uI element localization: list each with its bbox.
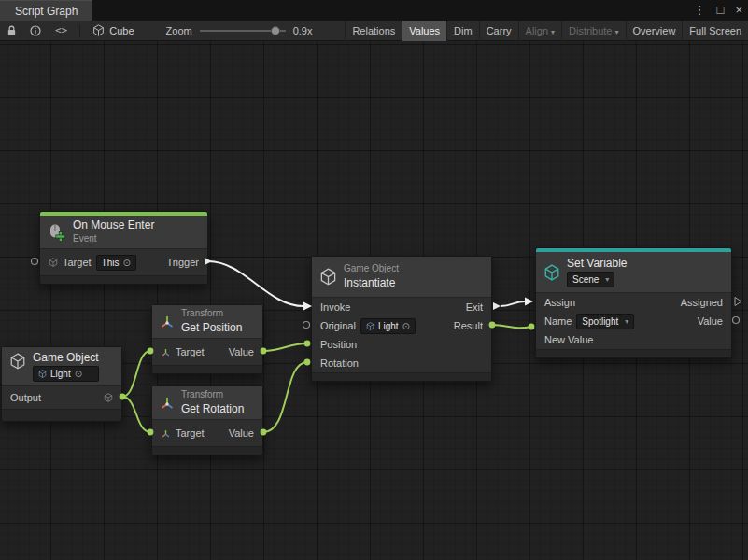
node-instantiate[interactable]: Game Object Instantiate Invoke Exit Orig… — [311, 256, 492, 382]
result-port-label: Result — [454, 320, 483, 331]
object-value-field[interactable]: Light ⊙ — [33, 366, 99, 382]
port-row: Target This ⊙ Trigger — [40, 249, 207, 275]
node-get-rotation[interactable]: Transform Get Rotation Target Value — [151, 385, 263, 455]
carry-button[interactable]: Carry — [479, 21, 518, 41]
node-header: Game Object Light ⊙ — [2, 347, 121, 386]
zoom-value: 0.9x — [293, 25, 313, 36]
chevron-down-icon: ▾ — [605, 273, 609, 286]
object-value: Light — [50, 368, 71, 380]
dim-button[interactable]: Dim — [446, 21, 479, 41]
value-port-label: Value — [229, 346, 254, 357]
object-picker-icon[interactable]: ⊙ — [402, 320, 410, 332]
port-row: Invoke Exit — [312, 298, 491, 316]
chevron-down-icon: ▾ — [625, 315, 628, 328]
cube-icon — [92, 24, 105, 36]
relations-button[interactable]: Relations — [345, 21, 402, 41]
variable-name-dropdown[interactable]: Spotlight ▾ — [576, 314, 634, 329]
game-object-type-icon — [366, 322, 374, 330]
zoom-slider-handle[interactable] — [271, 26, 280, 35]
exit-port-label: Exit — [466, 301, 483, 313]
node-category: Game Object — [344, 263, 399, 275]
port-row: Target Value — [152, 420, 262, 446]
node-title: Game Object — [33, 351, 99, 365]
values-button[interactable]: Values — [402, 21, 446, 41]
value-port-label: Value — [229, 427, 254, 439]
tab-script-graph[interactable]: Script Graph — [0, 0, 92, 21]
distribute-button[interactable]: Distribute▾ — [561, 21, 625, 41]
overview-button[interactable]: Overview — [626, 21, 683, 41]
rotation-port-label: Rotation — [320, 357, 359, 369]
node-get-position[interactable]: Transform Get Position Target Value — [151, 304, 263, 374]
assign-port-label: Assign — [544, 297, 575, 308]
fullscreen-button[interactable]: Full Screen — [682, 21, 748, 41]
close-icon[interactable]: × — [735, 0, 742, 21]
node-title: On Mouse Enter — [73, 218, 154, 232]
node-subtitle: Event — [73, 233, 154, 245]
graph-toolbar: <> Cube Zoom 0.9x Relations Values Dim C… — [0, 21, 748, 41]
port-row: Rotation — [312, 354, 491, 372]
port-row: Name Spotlight ▾ Value — [536, 312, 731, 330]
menu-icon[interactable]: ⋮ — [694, 0, 706, 21]
target-value-field[interactable]: This ⊙ — [96, 255, 136, 271]
node-title: Get Rotation — [181, 402, 244, 416]
zoom-label: Zoom — [166, 25, 192, 36]
zoom-slider[interactable] — [200, 21, 286, 41]
node-title: Instantiate — [344, 276, 399, 290]
scope-dropdown[interactable]: Scene ▾ — [567, 272, 614, 287]
port-row: New Value — [536, 330, 731, 349]
node-header: On Mouse Enter Event — [40, 216, 207, 249]
value-port-label: Value — [698, 315, 723, 327]
node-header: Set Variable Scene ▾ — [536, 252, 731, 293]
target-port-label: Target — [176, 427, 205, 439]
transform-type-icon — [161, 347, 171, 357]
lock-icon[interactable] — [0, 21, 23, 41]
port-row: Target Value — [152, 339, 262, 365]
node-on-mouse-enter[interactable]: On Mouse Enter Event Target This ⊙ Trigg… — [39, 211, 208, 285]
trigger-port-label: Trigger — [167, 257, 199, 268]
node-header: Game Object Instantiate — [312, 257, 491, 298]
node-footer — [152, 446, 262, 455]
assigned-port-label: Assigned — [681, 297, 723, 308]
window-controls: ⋮ □ × — [694, 0, 742, 21]
original-value-field[interactable]: Light ⊙ — [360, 318, 416, 334]
node-set-variable[interactable]: Set Variable Scene ▾ Assign Assigned Nam… — [535, 247, 732, 358]
node-footer — [40, 275, 207, 284]
target-port-label: Target — [63, 257, 92, 268]
align-button[interactable]: Align▾ — [518, 21, 561, 41]
game-object-type-icon — [38, 370, 47, 378]
chevron-down-icon: ▾ — [551, 28, 555, 36]
distribute-label: Distribute — [569, 25, 612, 36]
invoke-port-label: Invoke — [320, 301, 350, 313]
graph-canvas[interactable]: On Mouse Enter Event Target This ⊙ Trigg… — [0, 41, 748, 560]
graph-name-label: Cube — [109, 25, 134, 36]
port-row: Original Light ⊙ Result — [312, 316, 491, 335]
node-game-object-literal[interactable]: Game Object Light ⊙ Output — [1, 346, 122, 422]
toolbar-buttons: Relations Values Dim Carry Align▾ Distri… — [345, 21, 748, 41]
node-footer — [152, 365, 262, 373]
game-object-type-icon — [49, 258, 58, 267]
cube-icon — [9, 353, 26, 370]
graph-name: Cube — [85, 24, 141, 36]
transform-type-icon — [161, 428, 171, 439]
maximize-icon[interactable]: □ — [717, 0, 725, 21]
output-port-label: Output — [10, 392, 41, 403]
info-icon[interactable] — [23, 21, 48, 41]
variable-name-value: Spotlight — [582, 315, 618, 328]
tab-title: Script Graph — [15, 5, 78, 18]
scope-value: Scene — [572, 273, 599, 286]
chevron-down-icon: ▾ — [615, 28, 619, 36]
mouse-enter-icon — [48, 223, 66, 242]
object-picker-icon[interactable]: ⊙ — [75, 368, 82, 380]
game-object-type-icon — [104, 393, 113, 402]
object-picker-icon[interactable]: ⊙ — [122, 257, 130, 269]
port-row: Position — [312, 335, 491, 354]
node-category: Transform — [181, 389, 244, 401]
code-view-icon[interactable]: <> — [48, 24, 75, 36]
node-footer — [312, 372, 491, 381]
node-header: Transform Get Rotation — [152, 386, 262, 420]
original-value: Light — [378, 320, 399, 332]
cube-icon — [319, 268, 337, 286]
variable-icon — [543, 264, 560, 281]
port-row: Assign Assigned — [536, 293, 731, 312]
align-label: Align — [526, 25, 548, 36]
